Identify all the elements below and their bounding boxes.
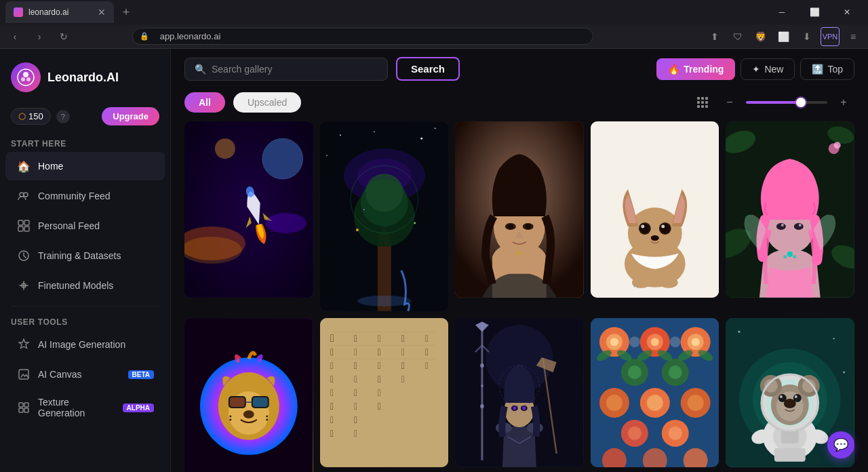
- extensions-icon[interactable]: ⬜: [774, 27, 793, 46]
- svg-rect-8: [18, 227, 23, 231]
- item-10-cmd[interactable]: ⌘: [802, 323, 823, 345]
- maximize-btn[interactable]: ⬜: [799, 0, 830, 24]
- tab-label: leonardo.ai: [28, 7, 68, 17]
- item-6-brush[interactable]: /: [260, 323, 282, 345]
- tab-favicon: [14, 7, 23, 17]
- svg-rect-6: [18, 220, 23, 225]
- sidebar-item-training[interactable]: Training & Datasets: [5, 241, 165, 270]
- info-icon[interactable]: ?: [56, 110, 70, 123]
- gallery-item-1[interactable]: ⌘ / ⤢: [184, 121, 313, 298]
- menu-icon[interactable]: ≡: [844, 27, 863, 46]
- app: Leonardo.AI ⬡ 150 ? Upgrade Start Here 🏠…: [0, 49, 868, 472]
- item-10-brush[interactable]: /: [827, 323, 849, 345]
- item-8-expand[interactable]: ⤢: [557, 323, 578, 345]
- svg-point-1: [23, 72, 28, 77]
- size-slider-container[interactable]: [746, 101, 827, 104]
- sidebar-item-texture-gen[interactable]: Texture Generation ALPHA: [5, 390, 165, 425]
- sidebar-item-personal-feed[interactable]: Personal Feed: [5, 212, 165, 240]
- trending-btn[interactable]: 🔥 Trending: [656, 58, 735, 80]
- sidebar-item-finetuned[interactable]: Finetuned Models: [5, 271, 165, 300]
- user-credits: ⬡ 150 ? Upgrade: [0, 103, 170, 134]
- grid-controls: − +: [692, 92, 854, 113]
- reload-btn[interactable]: ↻: [54, 27, 73, 46]
- item-4-brush[interactable]: /: [692, 127, 713, 149]
- filter-upscaled[interactable]: Upscaled: [233, 92, 301, 113]
- address-text: app.leonardo.ai: [160, 31, 221, 41]
- trending-label: Trending: [684, 64, 724, 75]
- share-icon[interactable]: ⬆: [705, 27, 724, 46]
- new-btn[interactable]: ✦ New: [741, 58, 795, 80]
- new-tab-btn[interactable]: +: [117, 3, 136, 22]
- item-7-cmd[interactable]: ⌘: [395, 323, 417, 345]
- filter-bar: All Upscaled − +: [171, 89, 868, 121]
- item-8-brush[interactable]: /: [531, 323, 553, 345]
- search-button[interactable]: Search: [396, 57, 460, 81]
- svg-rect-16: [24, 408, 28, 412]
- gallery-item-2[interactable]: ⌘ / ⤢: [320, 121, 449, 311]
- ai-canvas-icon: [16, 367, 31, 382]
- size-slider[interactable]: [746, 101, 827, 104]
- chat-widget[interactable]: 💬: [827, 431, 854, 458]
- logo-text: Leonardo.AI: [47, 71, 119, 85]
- sidebar-item-ai-canvas[interactable]: AI Canvas BETA: [5, 360, 165, 389]
- zoom-out-btn[interactable]: −: [719, 92, 741, 113]
- search-icon: 🔍: [195, 64, 206, 75]
- top-bar: 🔍 Search gallery Search 🔥 Trending ✦ New…: [171, 49, 868, 89]
- item-2-cmd[interactable]: ⌘: [370, 127, 391, 149]
- item-4-cmd[interactable]: ⌘: [666, 127, 688, 149]
- filter-all[interactable]: All: [184, 92, 225, 113]
- item-7-expand[interactable]: ⤢: [421, 323, 443, 345]
- download-icon[interactable]: ⬇: [797, 27, 816, 46]
- item-2-expand[interactable]: ⤢: [421, 127, 443, 149]
- top-btn[interactable]: 🔝 Top: [800, 58, 854, 80]
- item-9-cmd[interactable]: ⌘: [640, 323, 662, 345]
- active-tab[interactable]: leonardo.ai ✕: [5, 1, 114, 23]
- gallery-item-9[interactable]: ⌘ / ⤢: [591, 318, 719, 467]
- item-2-brush[interactable]: /: [395, 127, 417, 149]
- forward-btn[interactable]: ›: [30, 27, 49, 46]
- sidebar-item-community-feed[interactable]: Community Feed: [5, 182, 165, 210]
- gallery-item-5[interactable]: ⌘: [726, 121, 854, 298]
- tab-close-btn[interactable]: ✕: [98, 7, 106, 18]
- item-9-expand[interactable]: ⤢: [692, 323, 713, 345]
- gallery-item-4[interactable]: ⌘ /: [591, 121, 719, 298]
- vpn-icon[interactable]: VPN: [821, 27, 840, 46]
- search-box[interactable]: 🔍 Search gallery: [184, 58, 388, 81]
- item-6-cmd[interactable]: ⌘: [235, 323, 256, 345]
- brave-icon[interactable]: 🦁: [751, 27, 770, 46]
- item-5-cmd[interactable]: ⌘: [827, 127, 849, 149]
- item-1-expand[interactable]: ⤢: [286, 127, 308, 149]
- zoom-in-btn[interactable]: +: [833, 92, 854, 113]
- shield-icon[interactable]: 🛡: [728, 27, 747, 46]
- sidebar-item-home[interactable]: 🏠 Home: [5, 152, 165, 180]
- logo-avatar: [11, 62, 41, 92]
- item-1-brush[interactable]: /: [260, 127, 282, 149]
- item-3-expand[interactable]: ⤢: [557, 127, 578, 149]
- credits-value: 150: [28, 111, 43, 121]
- close-btn[interactable]: ✕: [831, 0, 863, 24]
- personal-feed-icon: [16, 218, 31, 233]
- svg-rect-13: [19, 403, 23, 407]
- item-8-cmd[interactable]: ⌘: [505, 323, 527, 345]
- back-btn[interactable]: ‹: [5, 27, 24, 46]
- item-6-expand[interactable]: ⤢: [286, 323, 308, 345]
- item-3-brush[interactable]: /: [531, 127, 553, 149]
- sidebar-ai-canvas-label: AI Canvas: [38, 369, 119, 380]
- sidebar-logo: Leonardo.AI: [0, 57, 170, 103]
- minimize-btn[interactable]: ─: [766, 0, 797, 24]
- item-3-cmd[interactable]: ⌘: [505, 127, 527, 149]
- gallery-item-8[interactable]: ⌘ / ⤢: [455, 318, 584, 467]
- sidebar-item-ai-image[interactable]: AI Image Generation: [5, 330, 165, 359]
- item-1-cmd[interactable]: ⌘: [235, 127, 256, 149]
- grid-dots-icon: [697, 97, 708, 108]
- main-content: 🔍 Search gallery Search 🔥 Trending ✦ New…: [171, 49, 868, 472]
- sidebar-personal-label: Personal Feed: [38, 220, 154, 231]
- gallery-item-6[interactable]: ⌘ / ⤢: [184, 318, 313, 472]
- address-input[interactable]: 🔒 app.leonardo.ai: [132, 28, 593, 45]
- item-9-brush[interactable]: /: [666, 323, 688, 345]
- gallery-item-7[interactable]: 𓀀 𓂀 𓃒 𓆣 𓇋 𓈖 𓉐 𓊹 𓋴 𓌀 𓍿 𓎡 𓏏: [320, 318, 449, 467]
- grid-view-btn[interactable]: [692, 92, 713, 113]
- gallery-item-3[interactable]: ⌘ / ⤢: [455, 121, 584, 298]
- upgrade-button[interactable]: Upgrade: [102, 107, 159, 125]
- gallery: ⌘ / ⤢: [171, 121, 868, 472]
